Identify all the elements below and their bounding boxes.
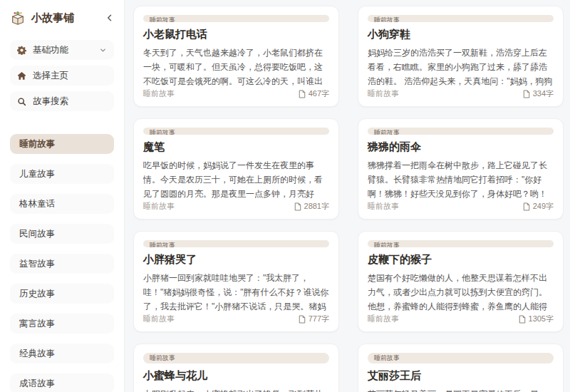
word-count: 467字 bbox=[299, 88, 329, 99]
word-count: 2881字 bbox=[294, 201, 329, 212]
story-card[interactable]: 睡前故事 皮鞭下的猴子 楚国有个好吃懒做的人，他整天思谋着怎样不出力气，或者少出… bbox=[358, 231, 564, 332]
word-count: 1305字 bbox=[519, 314, 554, 324]
collapse-chevron-left-icon[interactable] bbox=[105, 14, 114, 22]
story-title: 狒狒的雨伞 bbox=[368, 140, 554, 154]
sidebar: 小故事铺 基础功能 选择主页 bbox=[0, 0, 125, 392]
category-badge: 睡前故事 bbox=[368, 128, 554, 135]
word-count: 334字 bbox=[523, 88, 554, 99]
story-title: 艾丽莎王后 bbox=[368, 369, 554, 383]
footer-category-label: 睡前故事 bbox=[368, 201, 399, 212]
story-card[interactable]: 睡前故事 小老鼠打电话 冬天到了，天气也越来越冷了，小老鼠们都挤在一块，可暖和了… bbox=[133, 6, 339, 107]
word-count: 249字 bbox=[523, 201, 554, 212]
story-excerpt: 小胖猪一回到家就哇哇地哭了："我太胖了，哇！"猪妈妈很奇怪，说："胖有什么不好？… bbox=[143, 272, 329, 311]
word-count-value: 777字 bbox=[309, 314, 329, 324]
sidebar-header: 小故事铺 bbox=[0, 0, 124, 34]
sidebar-item-idiom-stories[interactable]: 成语故事 bbox=[10, 373, 114, 392]
sidebar-item-history-stories[interactable]: 历史故事 bbox=[10, 284, 114, 304]
app-title: 小故事铺 bbox=[31, 11, 100, 25]
sidebar-item-select-home[interactable]: 选择主页 bbox=[10, 66, 114, 86]
category-badge: 睡前故事 bbox=[143, 353, 329, 363]
word-count-value: 2881字 bbox=[304, 201, 329, 212]
category-badge: 睡前故事 bbox=[368, 240, 554, 247]
story-card[interactable]: 睡前故事 狒狒的雨伞 狒狒撑着一把雨伞在树中散步，路上它碰见了长臂猿。长臂猿非常… bbox=[358, 118, 564, 220]
card-footer: 睡前故事 1305字 bbox=[368, 314, 554, 324]
card-footer: 睡前故事 2881字 bbox=[143, 201, 329, 212]
category-badge: 睡前故事 bbox=[143, 128, 329, 135]
word-count-value: 249字 bbox=[533, 201, 554, 212]
word-count-value: 467字 bbox=[309, 88, 329, 99]
story-excerpt: 狒狒撑着一把雨伞在树中散步，路上它碰见了长臂猿。长臂猿非常热情地同它打着招呼："… bbox=[368, 159, 554, 198]
chevron-down-icon bbox=[99, 46, 107, 54]
sidebar-item-classic-stories[interactable]: 经典故事 bbox=[10, 344, 114, 363]
footer-category-label: 睡前故事 bbox=[368, 88, 399, 99]
document-icon bbox=[294, 202, 301, 211]
story-excerpt: 冬天到了，天气也越来越冷了，小老鼠们都挤在一块，可暖和了。但天虽冷，总得要吃饭吧… bbox=[143, 46, 329, 86]
sidebar-menu: 基础功能 选择主页 故事搜索 bbox=[0, 40, 124, 117]
story-title: 魔笔 bbox=[143, 140, 329, 154]
card-footer: 睡前故事 777字 bbox=[143, 314, 329, 324]
story-excerpt: 艾丽莎年轻又美丽，是国王最宠爱的王后。最近，王宫里发生了一件怪事，最得... bbox=[368, 388, 554, 392]
menu-label: 基础功能 bbox=[33, 44, 93, 56]
word-count: 777字 bbox=[299, 314, 329, 324]
document-icon bbox=[523, 202, 530, 211]
story-title: 小老鼠打电话 bbox=[143, 28, 329, 41]
home-icon bbox=[17, 71, 26, 81]
sidebar-item-grimm-fairytales[interactable]: 格林童话 bbox=[10, 194, 114, 214]
story-card-grid: 睡前故事 小老鼠打电话 冬天到了，天气也越来越冷了，小老鼠们都挤在一块，可暖和了… bbox=[125, 0, 570, 392]
sidebar-item-bedtime-stories[interactable]: 睡前故事 bbox=[10, 134, 114, 154]
footer-category-label: 睡前故事 bbox=[368, 314, 399, 324]
story-excerpt: 太阳刚升起来，小蜜蜂就飞出了蜂巢，飞到花丛里去采蜜。凡是盛开的花儿，它都会去问候… bbox=[143, 388, 329, 392]
storybook-logo-icon bbox=[10, 10, 26, 26]
story-title: 小胖猪哭了 bbox=[143, 253, 329, 267]
card-footer: 睡前故事 334字 bbox=[368, 88, 554, 99]
card-footer: 睡前故事 249字 bbox=[368, 201, 554, 212]
story-card[interactable]: 睡前故事 小狗穿鞋 妈妈给三岁的浩浩买了一双新鞋，浩浩穿上后左看看，右瞧瞧。家里… bbox=[358, 6, 564, 107]
story-excerpt: 楚国有个好吃懒做的人，他整天思谋着怎样不出力气，或者少出点力就可以拣到大便宜的窍… bbox=[368, 272, 554, 311]
sidebar-item-fable-stories[interactable]: 寓言故事 bbox=[10, 314, 114, 334]
sidebar-item-story-search[interactable]: 故事搜索 bbox=[10, 91, 114, 111]
story-card[interactable]: 睡前故事 小胖猪哭了 小胖猪一回到家就哇哇地哭了："我太胖了，哇！"猪妈妈很奇怪… bbox=[133, 231, 339, 332]
menu-label: 选择主页 bbox=[33, 70, 107, 82]
story-title: 皮鞭下的猴子 bbox=[368, 253, 554, 267]
footer-category-label: 睡前故事 bbox=[143, 314, 175, 324]
story-excerpt: 吃早饭的时候，妈妈说了一件发生在夜里的事情。今天是农历三十，可她在上厕所的时候，… bbox=[143, 159, 329, 198]
menu-label: 故事搜索 bbox=[33, 96, 107, 108]
sidebar-item-basic-functions[interactable]: 基础功能 bbox=[10, 40, 114, 60]
word-count-value: 1305字 bbox=[529, 314, 554, 324]
sidebar-item-children-stories[interactable]: 儿童故事 bbox=[10, 164, 114, 184]
story-card[interactable]: 睡前故事 艾丽莎王后 艾丽莎年轻又美丽，是国王最宠爱的王后。最近，王宫里发生了一… bbox=[358, 344, 564, 392]
document-icon bbox=[523, 90, 530, 98]
category-badge: 睡前故事 bbox=[143, 240, 329, 247]
category-badge: 睡前故事 bbox=[368, 15, 554, 22]
category-badge: 睡前故事 bbox=[143, 15, 329, 22]
footer-category-label: 睡前故事 bbox=[143, 201, 175, 212]
story-card[interactable]: 睡前故事 魔笔 吃早饭的时候，妈妈说了一件发生在夜里的事情。今天是农历三十，可她… bbox=[133, 118, 339, 220]
document-icon bbox=[299, 90, 306, 98]
word-count-value: 334字 bbox=[533, 88, 554, 99]
story-title: 小狗穿鞋 bbox=[368, 28, 554, 41]
search-icon bbox=[17, 97, 26, 106]
footer-category-label: 睡前故事 bbox=[143, 88, 175, 99]
sidebar-item-folk-stories[interactable]: 民间故事 bbox=[10, 224, 114, 244]
document-icon bbox=[299, 315, 306, 324]
story-card[interactable]: 睡前故事 小蜜蜂与花儿 太阳刚升起来，小蜜蜂就飞出了蜂巢，飞到花丛里去采蜜。凡是… bbox=[133, 344, 339, 392]
category-list: 睡前故事 儿童故事 格林童话 民间故事 益智故事 历史故事 寓言故事 经典故事 … bbox=[0, 127, 124, 392]
card-footer: 睡前故事 467字 bbox=[143, 88, 329, 99]
story-title: 小蜜蜂与花儿 bbox=[143, 369, 329, 383]
sidebar-item-puzzle-stories[interactable]: 益智故事 bbox=[10, 254, 114, 274]
document-icon bbox=[519, 315, 526, 324]
story-excerpt: 妈妈给三岁的浩浩买了一双新鞋，浩浩穿上后左看看，右瞧瞧。家里的小狗跑了过来，舔了… bbox=[368, 46, 554, 86]
gear-icon bbox=[17, 46, 26, 55]
category-badge: 睡前故事 bbox=[368, 353, 554, 363]
